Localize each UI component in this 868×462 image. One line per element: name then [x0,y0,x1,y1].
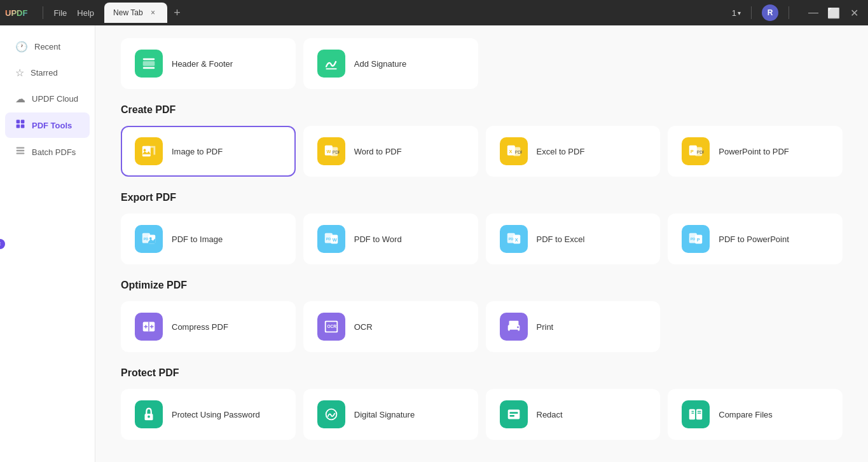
tab-close-button[interactable]: × [148,8,158,18]
tool-ocr[interactable]: OCR OCR [303,301,478,352]
svg-rect-55 [509,415,514,417]
optimize-pdf-section: Optimize PDF Compress PDF OCR OCR [121,280,843,352]
pdf-to-powerpoint-label: PDF to PowerPoint [719,234,789,244]
sidebar-item-starred[interactable]: ☆ Starred [5,60,90,85]
svg-rect-0 [17,120,20,124]
optimize-pdf-grid: Compress PDF OCR OCR Print [121,301,843,352]
sidebar-item-cloud[interactable]: ☁ UPDF Cloud [5,86,90,111]
redact-icon [500,400,528,428]
sidebar-item-pdf-tools[interactable]: PDF Tools [5,112,90,138]
sidebar-item-pdf-tools-label: PDF Tools [32,121,72,130]
header-footer-icon [135,50,163,78]
star-icon: ☆ [15,67,24,79]
digital-signature-icon [317,400,345,428]
sidebar-item-batch[interactable]: Batch PDFs [5,139,90,165]
tool-compress-pdf[interactable]: Compress PDF [121,301,296,352]
compare-files-label: Compare Files [719,410,773,419]
pdf-to-excel-icon: PDFX [500,225,528,253]
titlebar-right: 1 ▾ R — ⬜ ✕ [732,4,863,22]
maximize-button[interactable]: ⬜ [825,4,843,22]
svg-rect-3 [21,125,25,128]
compress-label: Compress PDF [172,322,228,332]
svg-rect-6 [17,153,25,154]
compress-icon [135,313,163,341]
svg-rect-53 [507,410,520,419]
user-count[interactable]: 1 ▾ [732,8,741,18]
svg-text:PDF: PDF [333,150,340,154]
protect-pdf-section: Protect PDF Protect Using Password Digit… [121,367,843,440]
svg-point-12 [144,149,146,151]
svg-text:X: X [514,237,518,243]
tool-protect-password[interactable]: Protect Using Password [121,389,296,440]
cloud-icon: ☁ [15,93,25,105]
new-tab-button[interactable]: + [170,5,185,20]
optimize-pdf-title: Optimize PDF [121,280,843,291]
batch-icon [15,146,25,158]
window-controls: — ⬜ ✕ [804,4,863,22]
tool-pdf-to-powerpoint[interactable]: PDFP PDF to PowerPoint [668,214,843,264]
minimize-button[interactable]: — [804,4,822,22]
export-pdf-grid: PDF PDF to Image PDFW PDF to Word PDFX P… [121,214,843,264]
tool-compare-files[interactable]: Compare Files [668,389,843,440]
svg-text:W: W [333,237,337,243]
pdf-to-image-label: PDF to Image [172,234,223,244]
tool-word-to-pdf[interactable]: WPDF Word to PDF [303,126,478,177]
sidebar-item-recent[interactable]: 🕐 Recent [5,34,90,59]
svg-text:W: W [326,149,331,154]
clock-icon: 🕐 [15,41,28,53]
svg-text:PDF: PDF [514,150,521,154]
tool-add-signature[interactable]: Add Signature [303,38,478,89]
tab-new[interactable]: New Tab × [104,3,167,23]
svg-text:P: P [691,149,694,154]
pdf-to-word-icon: PDFW [317,225,345,253]
svg-rect-54 [509,412,518,414]
svg-rect-1 [21,120,25,124]
tool-print[interactable]: Print [486,301,661,352]
content-area: Header & Footer Add Signature Create PDF… [95,25,868,462]
app-logo: UPDF [5,8,27,18]
pdf-to-powerpoint-icon: PDFP [682,225,710,253]
add-signature-label: Add Signature [354,59,406,69]
svg-text:OCR: OCR [327,324,336,329]
excel-to-pdf-label: Excel to PDF [537,147,585,156]
compare-files-icon [682,400,710,428]
lock-icon [135,400,163,428]
protect-pdf-title: Protect PDF [121,367,843,379]
protect-pdf-grid: Protect Using Password Digital Signature… [121,389,843,440]
tool-pdf-to-image[interactable]: PDF PDF to Image [121,214,296,264]
print-icon [500,313,528,341]
tools-icon [15,119,25,132]
svg-rect-46 [509,321,518,325]
header-footer-label: Header & Footer [172,59,233,69]
tool-excel-to-pdf[interactable]: XPDF Excel to PDF [486,126,661,177]
sidebar-arrow: ‹ [0,239,5,249]
tool-digital-signature[interactable]: Digital Signature [303,389,478,440]
svg-rect-4 [17,147,25,148]
tool-pdf-to-word[interactable]: PDFW PDF to Word [303,214,478,264]
menu-help[interactable]: Help [72,6,99,20]
svg-rect-2 [17,125,20,128]
ocr-label: OCR [354,322,373,332]
tab-label: New Tab [113,8,142,17]
export-pdf-section: Export PDF PDF PDF to Image PDFW PDF to … [121,192,843,264]
powerpoint-to-pdf-icon: PPDF [682,137,710,165]
svg-text:PDF: PDF [697,150,704,154]
tool-header-footer[interactable]: Header & Footer [121,38,296,89]
user-avatar[interactable]: R [762,4,778,21]
tool-image-to-pdf[interactable]: Image to PDF [121,126,296,177]
titlebar: UPDF File Help New Tab × + 1 ▾ R — ⬜ ✕ [0,0,868,25]
svg-point-52 [326,409,336,420]
tool-powerpoint-to-pdf[interactable]: PPDF PowerPoint to PDF [668,126,843,177]
sidebar: ‹ 🕐 Recent ☆ Starred ☁ UPDF Cloud PDF To… [0,25,95,462]
menu-file[interactable]: File [48,6,72,20]
pdf-to-image-icon: PDF [135,225,163,253]
svg-rect-48 [509,330,518,334]
top-tools-grid: Header & Footer Add Signature [121,38,843,89]
image-to-pdf-label: Image to PDF [172,147,223,156]
svg-rect-9 [143,67,155,69]
close-button[interactable]: ✕ [845,4,863,22]
titlebar-controls-divider [789,6,789,19]
tool-redact[interactable]: Redact [486,389,661,440]
redact-label: Redact [537,410,563,419]
tool-pdf-to-excel[interactable]: PDFX PDF to Excel [486,214,661,264]
